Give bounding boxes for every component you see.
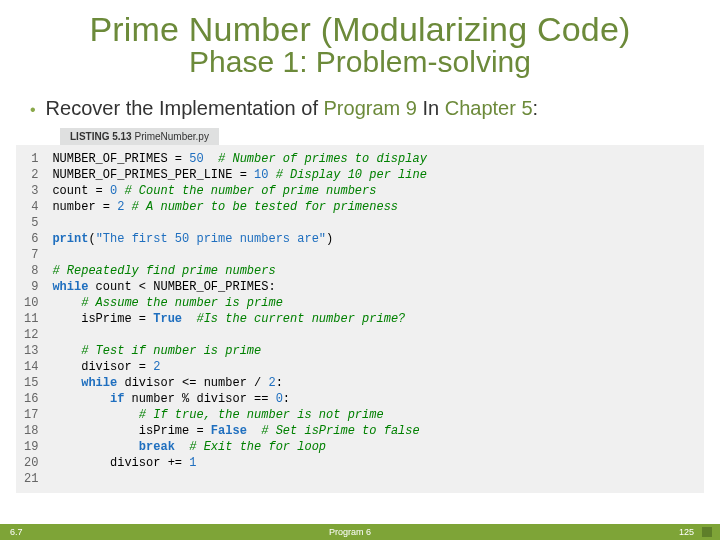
footer-section-num: 6.7 <box>4 527 44 537</box>
bullet-text-1: Recover the Implementation of <box>46 97 324 119</box>
bullet-program: Program 9 <box>324 97 417 119</box>
page-title: Prime Number (Modularizing Code) <box>0 10 720 49</box>
bullet-text-2: In <box>417 97 445 119</box>
footer-program-label: Program 6 <box>44 527 656 537</box>
bullet-line: • Recover the Implementation of Program … <box>30 97 720 120</box>
listing-tab: LISTING 5.13 PrimeNumber.py <box>60 128 219 145</box>
listing-file: PrimeNumber.py <box>132 131 209 142</box>
footer-page-num: 125 <box>679 527 694 537</box>
bullet-icon: • <box>30 101 36 119</box>
listing-number: LISTING 5.13 <box>70 131 132 142</box>
code-content: NUMBER_OF_PRIMES = 50 # Number of primes… <box>52 151 696 487</box>
page-subtitle: Phase 1: Problem-solving <box>0 45 720 79</box>
code-block: 1 2 3 4 5 6 7 8 9 10 11 12 13 14 15 16 1… <box>16 145 704 493</box>
bullet-text-3: : <box>533 97 539 119</box>
footer-icon <box>702 527 712 537</box>
footer-bar: 6.7 Program 6 125 <box>0 524 720 540</box>
line-numbers: 1 2 3 4 5 6 7 8 9 10 11 12 13 14 15 16 1… <box>24 151 52 487</box>
bullet-chapter: Chapter 5 <box>445 97 533 119</box>
